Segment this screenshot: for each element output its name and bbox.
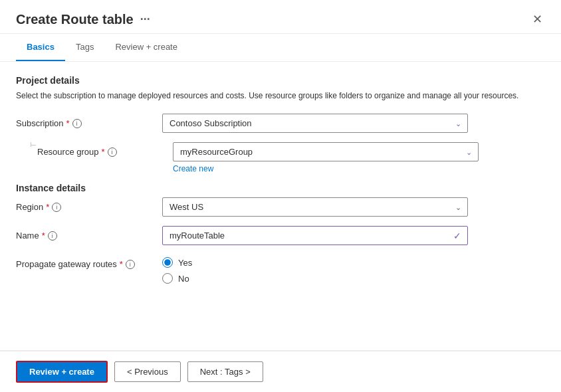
tab-tags[interactable]: Tags: [65, 34, 104, 61]
subscription-required: *: [66, 118, 70, 128]
name-input-wrapper: ✓: [162, 226, 468, 245]
panel-title-text: Create Route table: [16, 12, 134, 27]
tab-basics[interactable]: Basics: [16, 34, 65, 61]
region-info-icon[interactable]: i: [52, 203, 61, 212]
footer: Review + create < Previous Next : Tags >: [0, 351, 561, 392]
tab-review-create[interactable]: Review + create: [104, 34, 188, 61]
region-control-wrap: West US ⌄: [162, 197, 468, 217]
region-group: Region * i West US ⌄: [16, 197, 545, 217]
propagate-group: Propagate gateway routes * i Yes No: [16, 254, 545, 284]
name-input[interactable]: [162, 226, 468, 245]
subscription-control-wrap: Contoso Subscription ⌄: [162, 114, 468, 133]
name-group: Name * i ✓: [16, 226, 545, 245]
subscription-label: Subscription * i: [16, 114, 162, 128]
propagate-label: Propagate gateway routes * i: [16, 254, 162, 269]
propagate-no-radio[interactable]: [162, 273, 173, 284]
name-control-wrap: ✓: [162, 226, 468, 245]
propagate-no-option[interactable]: No: [162, 273, 468, 284]
panel-header: Create Route table ··· ✕: [0, 0, 561, 34]
region-select-wrapper: West US ⌄: [162, 197, 468, 217]
subscription-info-icon[interactable]: i: [72, 119, 82, 128]
panel-title-group: Create Route table ···: [16, 12, 150, 27]
indent-decoration: [27, 142, 37, 147]
previous-button[interactable]: < Previous: [114, 361, 181, 382]
region-label: Region * i: [16, 197, 162, 212]
tabs-bar: Basics Tags Review + create: [0, 34, 561, 62]
propagate-info-icon[interactable]: i: [126, 260, 135, 269]
name-info-icon[interactable]: i: [48, 231, 57, 241]
resource-group-label: Resource group * i: [37, 142, 173, 157]
subscription-group: Subscription * i Contoso Subscription ⌄: [16, 114, 545, 133]
create-route-table-panel: Create Route table ··· ✕ Basics Tags Rev…: [0, 0, 561, 392]
region-required: *: [46, 202, 49, 212]
propagate-required: *: [120, 259, 123, 269]
propagate-control-wrap: Yes No: [162, 254, 468, 284]
resource-group-select-wrapper: myResourceGroup ⌄: [173, 142, 479, 161]
region-select[interactable]: West US: [162, 197, 468, 217]
project-details-description: Select the subscription to manage deploy…: [16, 90, 545, 102]
propagate-yes-radio[interactable]: [162, 257, 173, 268]
resource-group-info-icon[interactable]: i: [108, 147, 117, 157]
create-new-link[interactable]: Create new: [173, 164, 213, 173]
more-options-icon[interactable]: ···: [140, 13, 150, 27]
name-label: Name * i: [16, 226, 162, 241]
name-required: *: [42, 231, 45, 241]
form-content: Project details Select the subscription …: [0, 62, 561, 350]
subscription-select-wrapper: Contoso Subscription ⌄: [162, 114, 468, 133]
next-button[interactable]: Next : Tags >: [187, 361, 263, 382]
resource-group-required: *: [102, 147, 105, 157]
propagate-no-label: No: [178, 274, 189, 284]
name-check-icon: ✓: [453, 231, 461, 241]
close-button[interactable]: ✕: [530, 11, 545, 28]
instance-details-section: Instance details: [16, 183, 545, 193]
review-create-button[interactable]: Review + create: [16, 361, 108, 383]
project-details-title: Project details: [16, 75, 545, 86]
resource-group-control-wrap: myResourceGroup ⌄ Create new: [173, 142, 479, 173]
instance-details-title: Instance details: [16, 183, 545, 193]
propagate-yes-option[interactable]: Yes: [162, 257, 468, 268]
resource-group-group: Resource group * i myResourceGroup ⌄ Cre…: [16, 142, 545, 173]
propagate-yes-label: Yes: [178, 258, 192, 268]
resource-group-select[interactable]: myResourceGroup: [173, 142, 479, 161]
subscription-select[interactable]: Contoso Subscription: [162, 114, 468, 133]
propagate-radio-group: Yes No: [162, 254, 468, 284]
